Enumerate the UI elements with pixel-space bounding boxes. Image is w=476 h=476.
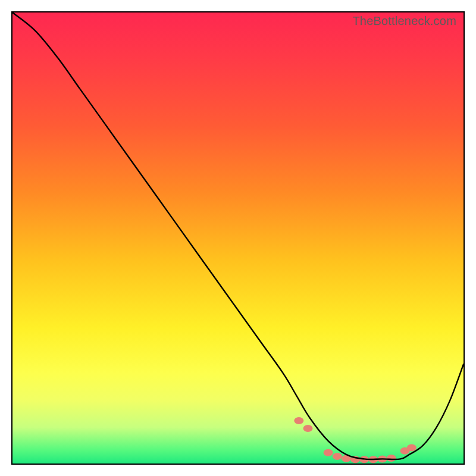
watermark-text: TheBottleneck.com — [352, 14, 456, 28]
highlight-dot — [333, 453, 342, 460]
highlight-dot — [387, 455, 396, 462]
highlight-dots-layer — [294, 417, 416, 463]
bottleneck-curve-path — [12, 12, 464, 459]
highlight-dot — [294, 417, 303, 424]
chart-frame: TheBottleneck.com — [11, 11, 465, 465]
highlight-dot — [324, 449, 333, 456]
highlight-dot — [407, 444, 416, 452]
chart-plot — [12, 12, 464, 464]
highlight-dot — [303, 425, 313, 432]
